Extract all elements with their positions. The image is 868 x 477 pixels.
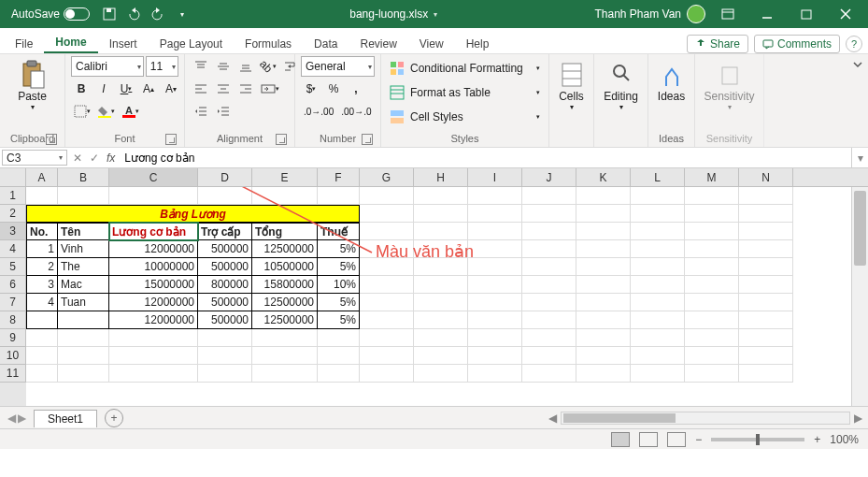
minimize-icon[interactable]: [750, 1, 784, 27]
collapse-ribbon-icon[interactable]: [847, 54, 868, 147]
cell[interactable]: Mac: [58, 276, 109, 294]
help-icon[interactable]: ?: [846, 36, 862, 52]
cell[interactable]: [414, 187, 468, 205]
hscroll-right-icon[interactable]: ▶: [854, 412, 862, 425]
tab-help[interactable]: Help: [455, 34, 501, 53]
column-header[interactable]: K: [576, 168, 631, 186]
hscroll-left-icon[interactable]: ◀: [548, 412, 557, 425]
sheet-nav-prev-icon[interactable]: ◀: [7, 412, 16, 425]
align-bottom-button[interactable]: [235, 56, 256, 77]
row-header[interactable]: 5: [0, 258, 26, 276]
number-format-combo[interactable]: General▾: [301, 56, 375, 77]
tab-formulas[interactable]: Formulas: [234, 34, 303, 53]
cell[interactable]: [576, 258, 631, 276]
align-middle-button[interactable]: [213, 56, 234, 77]
font-color-button[interactable]: A▾: [120, 101, 142, 122]
cells-button[interactable]: Cells▾: [555, 56, 588, 115]
cell[interactable]: [360, 205, 414, 223]
cell[interactable]: 500000: [198, 311, 252, 329]
cell[interactable]: [739, 365, 793, 383]
row-header[interactable]: 8: [0, 311, 26, 329]
maximize-icon[interactable]: [790, 1, 823, 27]
row-header[interactable]: 7: [0, 294, 26, 311]
font-name-combo[interactable]: Calibri▾: [71, 56, 144, 77]
cell[interactable]: [26, 329, 58, 347]
tab-view[interactable]: View: [408, 34, 455, 53]
cell[interactable]: [739, 276, 793, 294]
cell[interactable]: [631, 187, 685, 205]
cell[interactable]: 12500000: [252, 240, 318, 258]
cell[interactable]: [522, 365, 576, 383]
enter-formula-icon[interactable]: ✓: [90, 152, 99, 165]
column-header[interactable]: J: [522, 168, 576, 186]
cell[interactable]: Trợ cấp: [198, 223, 252, 240]
cell[interactable]: [739, 205, 793, 223]
cell[interactable]: [685, 347, 739, 365]
italic-button[interactable]: I: [93, 79, 114, 99]
row-header[interactable]: 3: [0, 223, 26, 240]
column-header[interactable]: F: [318, 168, 360, 186]
cell[interactable]: Bảng Lương: [26, 205, 360, 223]
cell[interactable]: [576, 187, 631, 205]
row-header[interactable]: 2: [0, 205, 26, 223]
close-icon[interactable]: [829, 1, 862, 27]
spreadsheet-grid[interactable]: ABCDEFGHIJKLMN 1234567891011 Bảng LươngN…: [0, 168, 868, 406]
tab-home[interactable]: Home: [44, 32, 97, 53]
tab-data[interactable]: Data: [303, 34, 349, 53]
cell[interactable]: [468, 329, 522, 347]
cell[interactable]: [58, 311, 109, 329]
filename-dropdown-icon[interactable]: ▾: [434, 10, 437, 19]
cell[interactable]: Lương cơ bản: [109, 223, 198, 240]
cell[interactable]: [522, 240, 576, 258]
decrease-font-button[interactable]: A▾: [161, 79, 181, 99]
select-all-corner[interactable]: [0, 168, 26, 186]
autosave-toggle[interactable]: AutoSave: [6, 7, 95, 21]
vertical-scrollbar[interactable]: [851, 187, 868, 406]
cell[interactable]: [414, 276, 468, 294]
column-header[interactable]: H: [414, 168, 468, 186]
cell[interactable]: Thuế: [318, 223, 360, 240]
undo-icon[interactable]: [123, 4, 144, 24]
column-header[interactable]: L: [631, 168, 685, 186]
cell[interactable]: [198, 187, 252, 205]
ideas-button[interactable]: Ideas: [654, 56, 689, 107]
cell[interactable]: 1: [26, 240, 58, 258]
align-right-button[interactable]: [235, 79, 256, 99]
redo-icon[interactable]: [148, 4, 168, 24]
column-header[interactable]: M: [685, 168, 739, 186]
paste-button[interactable]: Paste ▾: [6, 56, 59, 115]
cell[interactable]: [576, 240, 631, 258]
horizontal-scrollbar[interactable]: [561, 412, 850, 425]
cell[interactable]: 5%: [318, 240, 360, 258]
align-left-button[interactable]: [191, 79, 211, 99]
cell[interactable]: [631, 294, 685, 311]
cell[interactable]: No.: [26, 223, 58, 240]
orientation-button[interactable]: ab▾: [258, 56, 278, 77]
cell[interactable]: [26, 187, 58, 205]
cell[interactable]: [576, 347, 631, 365]
merge-button[interactable]: ▾: [258, 79, 282, 99]
sheet-nav-next-icon[interactable]: ▶: [18, 412, 26, 425]
zoom-in-icon[interactable]: +: [814, 433, 820, 446]
column-header[interactable]: A: [26, 168, 58, 186]
fx-icon[interactable]: fx: [107, 152, 115, 165]
share-button[interactable]: Share: [687, 35, 748, 53]
cell[interactable]: [468, 347, 522, 365]
cell[interactable]: 500000: [198, 294, 252, 311]
cell[interactable]: [522, 258, 576, 276]
cell[interactable]: [58, 187, 109, 205]
cell[interactable]: [631, 223, 685, 240]
cell[interactable]: [685, 240, 739, 258]
cell[interactable]: [631, 329, 685, 347]
expand-formula-bar-icon[interactable]: ▾: [851, 148, 868, 167]
cell[interactable]: The: [58, 258, 109, 276]
cell[interactable]: [631, 276, 685, 294]
cell[interactable]: [522, 205, 576, 223]
cell[interactable]: [26, 311, 58, 329]
cell[interactable]: [414, 311, 468, 329]
cell[interactable]: 5%: [318, 258, 360, 276]
zoom-level[interactable]: 100%: [830, 433, 859, 446]
cell[interactable]: [522, 294, 576, 311]
cell[interactable]: [468, 294, 522, 311]
cell[interactable]: [576, 329, 631, 347]
